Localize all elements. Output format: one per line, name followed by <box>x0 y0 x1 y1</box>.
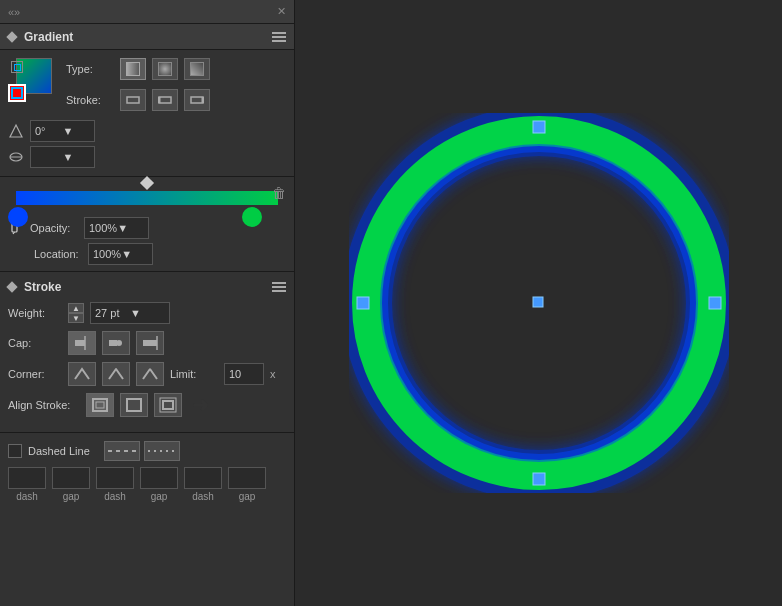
align-stroke-row: Align Stroke: ➜ <box>8 393 286 417</box>
location-select[interactable]: 100% ▼ <box>88 243 153 265</box>
gradient-panel-header: Gradient <box>0 24 294 50</box>
cap-butt-btn[interactable] <box>68 331 96 355</box>
type-radial-btn[interactable] <box>152 58 178 80</box>
location-label: Location: <box>34 248 82 260</box>
dash-label-1: dash <box>16 491 38 502</box>
stroke-panel-title: Stroke <box>24 280 61 294</box>
weight-up-btn[interactable]: ▲ <box>68 303 84 313</box>
gradient-bar[interactable] <box>16 191 278 205</box>
aspect-icon <box>8 149 24 165</box>
angle-value: 0° <box>35 125 63 137</box>
svg-rect-11 <box>75 340 85 346</box>
gap-input-2[interactable] <box>140 467 178 489</box>
corner-row: Corner: Limit: x <box>8 362 286 386</box>
dash-group-3: dash <box>184 467 222 502</box>
svg-rect-20 <box>163 401 173 409</box>
svg-rect-29 <box>357 297 369 309</box>
svg-marker-5 <box>10 125 22 137</box>
cap-square-btn[interactable] <box>136 331 164 355</box>
dashed-line-section: Dashed Line dash gap dash <box>0 433 294 510</box>
diamond-icon <box>6 31 17 42</box>
svg-rect-0 <box>127 97 139 103</box>
gradient-stop-left[interactable] <box>8 207 28 227</box>
gradient-stop-right[interactable] <box>242 207 262 227</box>
stroke-btn-2[interactable] <box>152 89 178 111</box>
svg-rect-27 <box>533 121 545 133</box>
weight-spinner[interactable]: ▲ ▼ <box>68 303 84 323</box>
align-label: Align Stroke: <box>8 399 80 411</box>
trash-icon[interactable]: 🗑 <box>272 185 286 201</box>
dash-group-1: dash <box>8 467 46 502</box>
aspect-row: ▼ <box>8 146 286 168</box>
svg-rect-30 <box>709 297 721 309</box>
weight-label: Weight: <box>8 307 62 319</box>
aspect-select[interactable]: ▼ <box>30 146 95 168</box>
stroke-btn-3[interactable] <box>184 89 210 111</box>
gradient-midpoint[interactable] <box>140 176 154 190</box>
weight-value: 27 pt <box>95 307 130 319</box>
corner-miter-btn[interactable] <box>68 362 96 386</box>
svg-rect-13 <box>109 340 117 346</box>
type-row: Type: <box>66 58 286 80</box>
svg-rect-28 <box>533 473 545 485</box>
dash-label-2: dash <box>104 491 126 502</box>
type-freeform-btn[interactable] <box>184 58 210 80</box>
dash-inputs: dash gap dash gap dash gap <box>8 467 286 502</box>
cap-row: Cap: <box>8 331 286 355</box>
corner-label: Corner: <box>8 368 62 380</box>
canvas-area <box>295 0 782 606</box>
svg-rect-3 <box>191 97 203 103</box>
dash-input-2[interactable] <box>96 467 134 489</box>
gradient-preview[interactable] <box>8 58 54 104</box>
gradient-menu-icon[interactable] <box>272 32 286 42</box>
corner-round-btn[interactable] <box>102 362 130 386</box>
align-inside-btn[interactable] <box>86 393 114 417</box>
gap-group-2: gap <box>140 467 178 502</box>
dash-input-1[interactable] <box>8 467 46 489</box>
circle-svg <box>349 113 729 493</box>
window-arrows[interactable]: «» <box>8 6 20 18</box>
gradient-bar-container: 🗑 <box>8 183 286 213</box>
dash-label-3: dash <box>192 491 214 502</box>
svg-rect-18 <box>96 402 104 408</box>
dashed-pattern-btn-1[interactable] <box>104 441 140 461</box>
arrow-right-icon: ➜ <box>192 393 209 417</box>
angle-icon <box>8 123 24 139</box>
align-center-btn[interactable] <box>120 393 148 417</box>
dashed-line-label: Dashed Line <box>28 445 90 457</box>
stroke-menu-icon[interactable] <box>272 282 286 292</box>
dashed-line-checkbox[interactable] <box>8 444 22 458</box>
stroke-panel-header: Stroke <box>8 280 286 294</box>
limit-input[interactable] <box>224 363 264 385</box>
stroke-btn-1[interactable] <box>120 89 146 111</box>
weight-select[interactable]: 27 pt ▼ <box>90 302 170 324</box>
close-icon[interactable]: ✕ <box>277 5 286 18</box>
angle-select[interactable]: 0° ▼ <box>30 120 95 142</box>
dashed-pattern-btn-2[interactable] <box>144 441 180 461</box>
dash-group-2: dash <box>96 467 134 502</box>
corner-bevel-btn[interactable] <box>136 362 164 386</box>
cap-round-btn[interactable] <box>102 331 130 355</box>
gradient-panel-title: Gradient <box>24 30 73 44</box>
gap-group-3: gap <box>228 467 266 502</box>
limit-label: Limit: <box>170 368 218 380</box>
location-row: Location: 100% ▼ <box>8 243 286 265</box>
svg-rect-1 <box>159 97 171 103</box>
gap-group-1: gap <box>52 467 90 502</box>
gradient-section: Type: Stroke: <box>0 50 294 177</box>
location-value: 100% <box>93 248 121 260</box>
stroke-label: Stroke: <box>66 94 114 106</box>
angle-row: 0° ▼ <box>8 120 286 142</box>
svg-rect-31 <box>533 297 543 307</box>
circle-canvas[interactable] <box>349 113 729 493</box>
gap-input-1[interactable] <box>52 467 90 489</box>
type-linear-btn[interactable] <box>120 58 146 80</box>
weight-down-btn[interactable]: ▼ <box>68 313 84 323</box>
gap-label-3: gap <box>239 491 256 502</box>
gap-input-3[interactable] <box>228 467 266 489</box>
dash-input-3[interactable] <box>184 467 222 489</box>
stroke-section: Stroke Weight: ▲ ▼ 27 pt ▼ Cap: <box>0 272 294 433</box>
svg-rect-19 <box>127 399 141 411</box>
align-outside-btn[interactable] <box>154 393 182 417</box>
title-bar: «» ✕ <box>0 0 294 24</box>
